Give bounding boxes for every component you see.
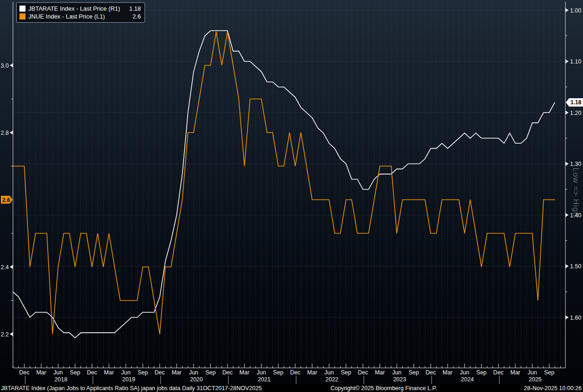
copyright-notice: Copyright© 2025 Bloomberg Finance L.P.	[330, 385, 437, 392]
svg-text:2022: 2022	[325, 376, 338, 383]
svg-text:1.30: 1.30	[570, 161, 581, 167]
svg-text:2019: 2019	[122, 376, 135, 383]
svg-text:1.20: 1.20	[570, 110, 581, 116]
svg-text:Sep: Sep	[273, 369, 283, 376]
svg-text:Mar: Mar	[240, 369, 250, 376]
svg-text:2020: 2020	[190, 376, 203, 383]
svg-text:Dec: Dec	[19, 369, 29, 376]
svg-text:Dec: Dec	[222, 369, 233, 376]
svg-text:2.8: 2.8	[1, 130, 9, 136]
gridlines	[13, 4, 565, 368]
svg-text:2024: 2024	[461, 376, 474, 383]
right-axis-annotation: Low => High	[571, 168, 580, 217]
svg-text:Dec: Dec	[425, 369, 436, 376]
legend-item-jbtarate[interactable]: JBTARATE Index - Last Price (R1) 1.18	[19, 5, 141, 13]
svg-text:Mar: Mar	[104, 369, 114, 376]
svg-text:Dec: Dec	[290, 369, 300, 376]
svg-text:2.4: 2.4	[1, 264, 9, 271]
svg-text:1.18: 1.18	[570, 99, 582, 106]
svg-text:2021: 2021	[258, 376, 271, 383]
svg-text:Sep: Sep	[138, 369, 148, 376]
svg-text:Jun: Jun	[392, 369, 401, 376]
chart-legend: JBTARATE Index - Last Price (R1) 1.18 JN…	[16, 2, 145, 23]
svg-text:Sep: Sep	[341, 369, 351, 376]
series-line-jnue	[13, 32, 555, 335]
last-price-badges: 1.182.6	[1, 98, 583, 204]
legend-value-jbtarate: 1.18	[129, 5, 141, 12]
svg-text:Sep: Sep	[70, 369, 80, 376]
series-line-jbtarate	[13, 31, 555, 338]
svg-text:2023: 2023	[393, 376, 406, 383]
svg-text:Jun: Jun	[324, 369, 334, 376]
svg-text:Dec: Dec	[87, 369, 97, 376]
series-lines	[13, 31, 555, 338]
svg-text:2025: 2025	[529, 376, 542, 383]
axes	[11, 2, 567, 368]
svg-text:2.2: 2.2	[1, 331, 9, 338]
legend-label-jnue: JNUE Index - Last Price (L1)	[28, 13, 105, 20]
svg-text:Dec: Dec	[155, 369, 165, 376]
chart-description: JBTARATE Index (Japan Jobs to Applicants…	[1, 385, 262, 392]
svg-text:Mar: Mar	[443, 369, 453, 376]
svg-text:Dec: Dec	[358, 369, 368, 376]
price-chart-canvas[interactable]: Low => High3.02.82.42.21.001.101.201.301…	[0, 0, 583, 392]
svg-text:1.10: 1.10	[570, 58, 581, 65]
low-high-annotation: Low => High	[571, 168, 580, 217]
bloomberg-chart-window: Low => High3.02.82.42.21.001.101.201.301…	[0, 0, 583, 392]
svg-text:3.0: 3.0	[1, 63, 9, 69]
jbtarate-series-swatch-icon	[19, 6, 25, 12]
svg-text:1.50: 1.50	[570, 263, 581, 270]
svg-text:Sep: Sep	[409, 369, 419, 376]
svg-text:Jun: Jun	[460, 369, 469, 376]
svg-text:1.60: 1.60	[570, 315, 581, 321]
svg-text:2018: 2018	[55, 376, 68, 383]
svg-text:Mar: Mar	[510, 369, 520, 376]
svg-text:Jun: Jun	[53, 369, 63, 376]
svg-text:Sep: Sep	[205, 369, 215, 376]
svg-text:Sep: Sep	[544, 369, 554, 376]
jnue-series-swatch-icon	[19, 13, 25, 19]
svg-text:Mar: Mar	[36, 369, 46, 376]
svg-text:1.40: 1.40	[570, 212, 581, 219]
svg-text:Dec: Dec	[493, 369, 503, 376]
svg-text:Mar: Mar	[171, 369, 182, 376]
legend-label-jbtarate: JBTARATE Index - Last Price (R1)	[28, 5, 120, 12]
legend-item-jnue[interactable]: JNUE Index - Last Price (L1) 2.6	[19, 13, 141, 20]
timestamp: 28-Nov-2025 10:00:26	[524, 385, 582, 392]
svg-text:Sep: Sep	[476, 369, 487, 376]
svg-text:Mar: Mar	[375, 369, 385, 376]
svg-text:2.6: 2.6	[2, 197, 10, 203]
svg-text:Jun: Jun	[527, 369, 537, 376]
svg-text:1.00: 1.00	[570, 7, 581, 14]
svg-text:Jun: Jun	[257, 369, 266, 376]
svg-text:Jun: Jun	[121, 369, 131, 376]
svg-text:Jun: Jun	[189, 369, 198, 376]
axis-labels: 3.02.82.42.21.001.101.201.301.401.501.60…	[1, 7, 582, 385]
svg-text:Mar: Mar	[307, 369, 317, 376]
legend-value-jnue: 2.6	[133, 13, 141, 20]
status-bar: JBTARATE Index (Japan Jobs to Applicants…	[0, 385, 583, 392]
